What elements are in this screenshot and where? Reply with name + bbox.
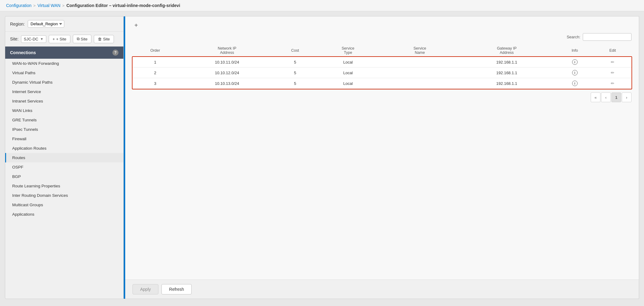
col-network-ip: Network IPAddress [178,44,276,57]
pagination-prev[interactable]: ‹ [601,92,611,102]
copy-site-icon: ⧉ [77,37,80,41]
delete-site-button[interactable]: 🗑 Site [94,35,114,43]
delete-site-label: Site [103,37,110,41]
refresh-button[interactable]: Refresh [161,284,192,294]
col-gateway-ip: Gateway IPAddress [458,44,556,57]
right-panel: + Search: Order Network IPAddress Cost S… [124,16,639,299]
row3-cost: 5 [276,78,314,89]
table-row: 1 10.10.11.0/24 5 Local 192.168.1.1 i ✏ [133,57,632,68]
table-wrapper: Order Network IPAddress Cost ServiceType… [133,44,632,89]
left-panel: Region: Default_Region Site: SJC-DC ▼ + … [5,16,124,299]
row2-info-icon[interactable]: i [572,70,578,75]
col-cost: Cost [276,44,314,57]
breadcrumb-sep-1: > [33,3,36,8]
pagination-page-1[interactable]: 1 [611,92,621,102]
region-select[interactable]: Default_Region [28,20,64,28]
sidebar-item-firewall[interactable]: Firewall [5,134,123,144]
site-row: Site: SJC-DC ▼ + + Site ⧉ Site 🗑 Site [5,32,123,47]
sidebar-item-virtual-paths[interactable]: Virtual Paths [5,68,123,78]
row3-service-type: Local [314,78,382,89]
sidebar-item-dynamic-virtual-paths[interactable]: Dynamic Virtual Paths [5,78,123,87]
sidebar-item-wan-links[interactable]: WAN Links [5,106,123,115]
action-bar: Apply Refresh [125,280,639,299]
row2-info[interactable]: i [556,68,594,78]
copy-site-label: Site [81,37,87,41]
sidebar-item-wan-forwarding[interactable]: WAN-to-WAN Forwarding [5,59,123,68]
row3-order: 3 [133,78,178,89]
pagination-first[interactable]: « [591,92,600,102]
routes-table: Order Network IPAddress Cost ServiceType… [133,44,632,89]
row3-info[interactable]: i [556,78,594,89]
site-label: Site: [10,37,19,41]
col-service-name: ServiceName [382,44,458,57]
sidebar-item-bgp[interactable]: BGP [5,172,123,181]
connections-header: Connections ? [5,47,123,59]
row2-gateway-ip: 192.168.1.1 [458,68,556,78]
table-row: 3 10.10.13.0/24 5 Local 192.168.1.1 i ✏ [133,78,632,89]
row1-service-name [382,57,458,68]
delete-site-icon: 🗑 [98,37,102,41]
search-label: Search: [567,35,580,39]
col-service-type: ServiceType [314,44,382,57]
pagination-next[interactable]: › [622,92,632,102]
add-site-plus-icon: + [53,37,55,41]
region-label: Region: [10,22,25,26]
search-row: Search: [133,33,632,41]
col-info: Info [556,44,594,57]
row1-order: 1 [133,57,178,68]
main-container: Region: Default_Region Site: SJC-DC ▼ + … [0,11,644,304]
add-route-button[interactable]: + [133,21,140,30]
add-site-button[interactable]: + + Site [49,35,70,43]
row1-network-ip: 10.10.11.0/24 [178,57,276,68]
col-order: Order [133,44,178,57]
site-value: SJC-DC [24,37,38,41]
copy-site-button[interactable]: ⧉ Site [73,35,91,43]
sidebar-item-internet-service[interactable]: Internet Service [5,87,123,96]
add-row: + [133,21,632,30]
sidebar-item-inter-routing[interactable]: Inter Routing Domain Services [5,191,123,200]
sidebar-item-ospf[interactable]: OSPF [5,162,123,172]
row1-info[interactable]: i [556,57,594,68]
sidebar-item-applications[interactable]: Applications [5,210,123,219]
blue-bar [124,16,125,299]
row3-edit-icon[interactable]: ✏ [611,81,614,86]
breadcrumb: Configuration > Virtual WAN > Configurat… [0,0,644,11]
sidebar-item-ipsec-tunnels[interactable]: IPsec Tunnels [5,125,123,134]
pagination: « ‹ 1 › [133,92,632,102]
nav-list: WAN-to-WAN Forwarding Virtual Paths Dyna… [5,59,123,299]
table-row: 2 10.10.12.0/24 5 Local 192.168.1.1 i ✏ [133,68,632,78]
breadcrumb-current: Configuration Editor – virtual-inline-mo… [66,3,180,8]
row1-info-icon[interactable]: i [572,59,578,65]
row2-order: 2 [133,68,178,78]
add-site-label: + Site [56,37,66,41]
row2-edit-icon[interactable]: ✏ [611,70,614,75]
apply-button[interactable]: Apply [133,284,158,294]
site-select[interactable]: SJC-DC ▼ [21,35,46,43]
sidebar-item-multicast-groups[interactable]: Multicast Groups [5,200,123,210]
sidebar-item-gre-tunnels[interactable]: GRE Tunnels [5,115,123,125]
sidebar-item-application-routes[interactable]: Application Routes [5,144,123,153]
row2-edit[interactable]: ✏ [594,68,632,78]
row2-network-ip: 10.10.12.0/24 [178,68,276,78]
sidebar-item-route-learning[interactable]: Route Learning Properties [5,181,123,191]
site-dropdown-arrow: ▼ [40,37,44,41]
breadcrumb-configuration[interactable]: Configuration [6,3,31,8]
row1-edit-icon[interactable]: ✏ [611,60,614,64]
row1-edit[interactable]: ✏ [594,57,632,68]
search-input[interactable] [583,33,632,41]
region-row: Region: Default_Region [5,16,123,32]
connections-title: Connections [10,50,36,55]
col-edit: Edit [594,44,632,57]
row3-edit[interactable]: ✏ [594,78,632,89]
row3-info-icon[interactable]: i [572,81,578,86]
help-button[interactable]: ? [112,50,119,56]
row3-service-name [382,78,458,89]
sidebar-item-intranet-services[interactable]: Intranet Services [5,96,123,106]
row2-service-name [382,68,458,78]
row2-cost: 5 [276,68,314,78]
breadcrumb-virtual-wan[interactable]: Virtual WAN [37,3,60,8]
breadcrumb-sep-2: > [62,3,65,8]
row1-cost: 5 [276,57,314,68]
right-content: + Search: Order Network IPAddress Cost S… [125,16,639,280]
sidebar-item-routes[interactable]: Routes [5,153,123,162]
